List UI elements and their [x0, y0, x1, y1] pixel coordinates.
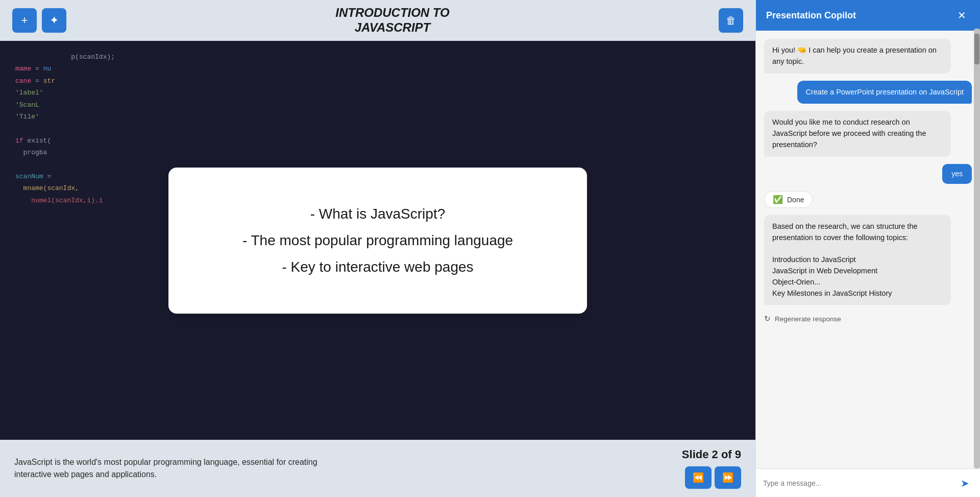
user-message-2: yes	[942, 164, 972, 184]
copilot-message-input[interactable]	[763, 479, 952, 487]
send-icon: ➤	[961, 477, 969, 489]
slide-bullet-3: - Key to interactive web pages	[209, 256, 546, 278]
prev-slide-button[interactable]: ⏪	[685, 466, 712, 489]
nav-buttons: ⏪ ⏩	[685, 466, 741, 489]
plus-icon: +	[21, 14, 28, 27]
copilot-close-button[interactable]: ✕	[953, 7, 970, 23]
copilot-header: Presentation Copilot ✕	[756, 0, 980, 31]
regen-icon: ↻	[764, 314, 771, 323]
regen-label: Regenerate response	[775, 315, 841, 323]
slide-description: JavaScript is the world's most popular p…	[14, 456, 321, 481]
slide-bullet-1: - What is JavaScript?	[209, 203, 546, 225]
bot-message-3: Based on the research, we can structure …	[764, 215, 951, 305]
toolbar-right: 🗑	[719, 8, 743, 33]
check-icon: ✅	[773, 195, 783, 204]
slide-title: INTRODUCTION TO JAVASCRIPT	[335, 6, 450, 35]
scrollbar[interactable]	[974, 29, 980, 468]
done-label: Done	[787, 196, 804, 204]
slide-area: p(scanIdx); mame = nu cane = str 'label'…	[0, 41, 755, 440]
done-badge: ✅ Done	[764, 191, 813, 208]
bottom-bar: JavaScript is the world's most popular p…	[0, 440, 755, 497]
toolbar-left: + ✦	[12, 8, 66, 33]
scrollbar-thumb	[974, 34, 979, 64]
regenerate-button[interactable]: ↻ Regenerate response	[764, 312, 972, 325]
copilot-title: Presentation Copilot	[766, 10, 856, 21]
add-slide-button[interactable]: +	[12, 8, 37, 33]
slide-bullet-2: - The most popular programming language	[209, 230, 546, 251]
magic-icon: ✦	[50, 14, 59, 27]
slide-content-card: - What is JavaScript? - The most popular…	[168, 168, 587, 314]
magic-button[interactable]: ✦	[42, 8, 66, 33]
copilot-panel: Presentation Copilot ✕ Hi you! 🤜 I can h…	[755, 0, 980, 497]
copilot-input-row: ➤	[756, 468, 980, 497]
delete-button[interactable]: 🗑	[719, 8, 743, 33]
bot-message-2: Would you like me to conduct research on…	[764, 111, 951, 156]
send-button[interactable]: ➤	[957, 475, 973, 491]
user-message-1: Create a PowerPoint presentation on Java…	[797, 81, 972, 104]
next-icon: ⏩	[722, 472, 733, 483]
copilot-messages: Hi you! 🤜 I can help you create a presen…	[756, 31, 980, 468]
trash-icon: 🗑	[726, 15, 736, 27]
left-panel: + ✦ INTRODUCTION TO JAVASCRIPT 🗑 p(scanI…	[0, 0, 755, 497]
close-icon: ✕	[958, 9, 966, 21]
next-slide-button[interactable]: ⏩	[715, 466, 741, 489]
bot-message-1: Hi you! 🤜 I can help you create a presen…	[764, 39, 951, 74]
slide-counter: Slide 2 of 9	[682, 448, 741, 461]
toolbar: + ✦ INTRODUCTION TO JAVASCRIPT 🗑	[0, 0, 755, 41]
slide-nav: Slide 2 of 9 ⏪ ⏩	[682, 448, 741, 489]
prev-icon: ⏪	[693, 472, 704, 483]
